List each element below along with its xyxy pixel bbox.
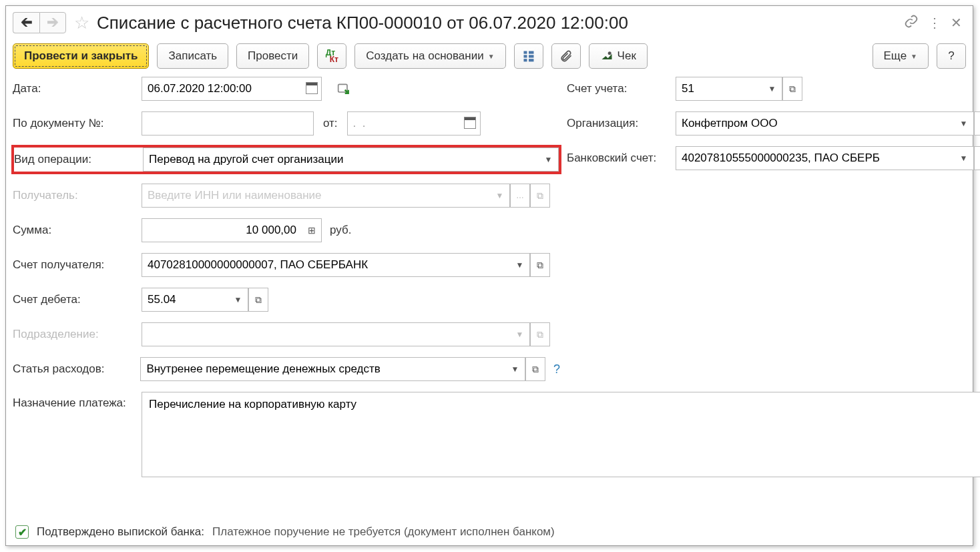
svg-rect-2 (523, 59, 527, 61)
optype-input[interactable] (149, 148, 533, 171)
org-dropdown-icon[interactable]: ▼ (954, 111, 974, 135)
toolbar: Провести и закрыть Записать Провести ДтК… (13, 41, 966, 77)
confirmed-note: Платежное поручение не требуется (докуме… (212, 525, 555, 539)
confirmed-checkbox[interactable]: ✔ (15, 525, 29, 539)
close-icon[interactable]: ✕ (951, 15, 962, 31)
docdate-label: от: (323, 117, 338, 130)
calculator-icon[interactable]: ⊞ (302, 218, 322, 242)
optype-row: Вид операции: ▼ (13, 146, 560, 173)
attachment-button[interactable] (551, 43, 581, 69)
optype-label: Вид операции: (14, 153, 138, 166)
account-field: ▼ ⧉ (676, 77, 802, 101)
recipient-dropdown-icon: ▼ (490, 184, 510, 208)
post-button[interactable]: Провести (236, 43, 309, 69)
cheque-button[interactable]: Чек (589, 43, 648, 69)
amount-label: Сумма: (13, 224, 136, 237)
date-row: Дата: (13, 77, 560, 101)
nav-forward-button[interactable]: 🡲 (39, 12, 66, 33)
recipient-row: Получатель: ▼ … ⧉ (13, 184, 560, 208)
expense-label: Статья расходов: (13, 362, 135, 376)
expense-row: Статья расходов: ▼ ⧉ ? (13, 357, 560, 381)
debit-acct-row: Счет дебета: ▼ ⧉ (13, 288, 560, 312)
recip-acct-label: Счет получателя: (13, 258, 136, 272)
docnum-input[interactable] (148, 112, 308, 135)
help-button[interactable]: ? (937, 43, 966, 69)
structure-button[interactable] (514, 43, 543, 69)
dept-open-icon: ⧉ (530, 322, 550, 346)
debit-acct-input[interactable] (148, 288, 223, 311)
recipient-input (148, 184, 485, 207)
footer-row: ✔ Подтверждено выпиской банка: Платежное… (15, 525, 963, 539)
recip-acct-field: ▼ ⧉ (142, 253, 550, 277)
amount-field: ⊞ (142, 218, 322, 242)
purpose-row: Назначение платежа: (13, 392, 980, 477)
dtkt-button[interactable]: ДтКт (317, 43, 346, 69)
svg-rect-0 (523, 51, 527, 54)
currency-label: руб. (330, 224, 351, 237)
expense-field: ▼ ⧉ (140, 357, 545, 381)
debit-acct-label: Счет дебета: (13, 293, 136, 306)
org-open-icon[interactable]: ⧉ (974, 111, 980, 135)
purpose-textarea[interactable] (148, 396, 980, 466)
create-based-on-button[interactable]: Создать на основании▼ (354, 43, 505, 69)
title-actions: ⋮ ✕ (904, 14, 966, 32)
recip-acct-dropdown-icon[interactable]: ▼ (510, 253, 530, 277)
expense-dropdown-icon[interactable]: ▼ (505, 357, 525, 381)
link-icon[interactable] (904, 14, 919, 32)
expense-open-icon[interactable]: ⧉ (525, 357, 545, 381)
docdate-calendar-icon[interactable] (461, 111, 481, 135)
debit-acct-field: ▼ ⧉ (142, 288, 268, 312)
org-input[interactable] (682, 112, 949, 135)
svg-rect-3 (529, 51, 534, 54)
bank-input[interactable] (682, 147, 949, 170)
debit-acct-dropdown-icon[interactable]: ▼ (228, 288, 248, 312)
docnum-label: По документу №: (13, 117, 136, 130)
recip-acct-input[interactable] (148, 254, 505, 276)
confirmed-label: Подтверждено выпиской банка: (37, 525, 204, 539)
account-dropdown-icon[interactable]: ▼ (762, 77, 782, 101)
optype-field: ▼ (143, 148, 559, 172)
form-grid: Дата: Счет учета: ▼ ⧉ По документу №: от… (13, 77, 966, 477)
schedule-icon[interactable] (336, 82, 351, 95)
amount-input[interactable] (148, 219, 296, 242)
create-based-label: Создать на основании (366, 49, 483, 63)
docdate-input[interactable] (353, 112, 455, 135)
recipient-label: Получатель: (13, 189, 136, 202)
optype-dropdown-icon[interactable]: ▼ (539, 148, 559, 172)
save-button[interactable]: Записать (157, 43, 228, 69)
svg-rect-5 (529, 59, 534, 61)
calendar-icon[interactable] (302, 77, 322, 101)
bank-open-icon[interactable]: ⧉ (974, 146, 980, 170)
bank-label: Банковский счет: (567, 152, 670, 165)
dept-input (148, 323, 505, 346)
org-row: Организация: ▼ ⧉ (567, 111, 980, 135)
more-button[interactable]: Еще▼ (873, 43, 929, 69)
titlebar: 🡰 🡲 ☆ Списание с расчетного счета КП00-0… (13, 9, 966, 41)
dept-row: Подразделение: ▼ ⧉ (13, 322, 560, 346)
org-label: Организация: (567, 117, 670, 130)
more-label: Еще (884, 49, 907, 63)
amount-row: Сумма: ⊞ руб. (13, 218, 560, 242)
bank-field: ▼ ⧉ (676, 146, 980, 170)
nav-back-button[interactable]: 🡰 (13, 12, 39, 33)
account-open-icon[interactable]: ⧉ (782, 77, 802, 101)
document-window: 🡰 🡲 ☆ Списание с расчетного счета КП00-0… (5, 5, 973, 546)
svg-rect-4 (529, 55, 534, 57)
favorite-star-icon[interactable]: ☆ (70, 11, 93, 34)
svg-rect-1 (523, 55, 527, 57)
date-label: Дата: (13, 82, 136, 95)
expense-input[interactable] (146, 358, 500, 380)
debit-acct-open-icon[interactable]: ⧉ (248, 288, 268, 312)
account-input[interactable] (682, 77, 757, 100)
post-and-close-button[interactable]: Провести и закрыть (13, 43, 149, 69)
recipient-pick-icon: … (510, 184, 530, 208)
bank-dropdown-icon[interactable]: ▼ (954, 146, 974, 170)
recip-acct-open-icon[interactable]: ⧉ (530, 253, 550, 277)
date-input[interactable] (148, 77, 296, 100)
org-field: ▼ ⧉ (676, 111, 980, 135)
kebab-menu-icon[interactable]: ⋮ (928, 15, 941, 31)
account-label: Счет учета: (567, 82, 670, 95)
recipient-field: ▼ … ⧉ (142, 184, 550, 208)
expense-help-icon[interactable]: ? (553, 362, 560, 376)
svg-point-6 (607, 51, 611, 55)
